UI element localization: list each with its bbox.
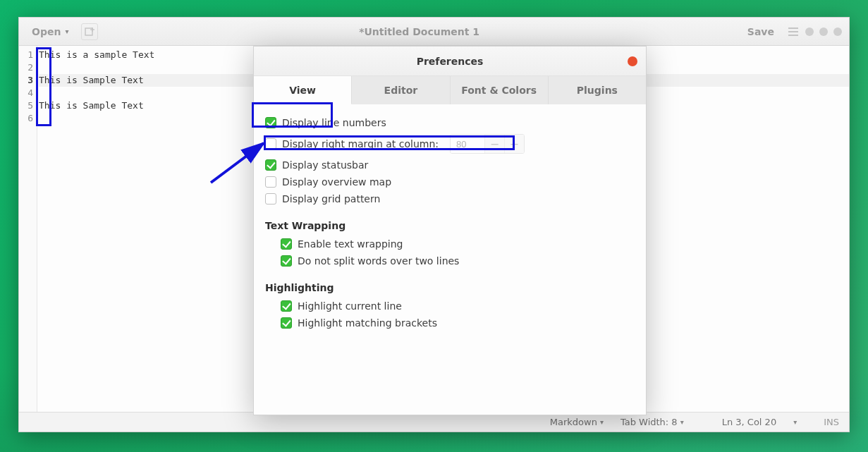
line-number: 6 [19,112,37,125]
tab-plugins[interactable]: Plugins [549,76,646,104]
open-label: Open [32,26,61,37]
preferences-dialog: Preferences View Editor Font & Colors Pl… [253,46,647,415]
line-number: 2 [19,61,37,74]
window-controls [805,28,842,36]
right-margin-spinner: − + [450,134,525,154]
cursor-position: Ln 3, Col 20 [722,417,776,427]
option-label: Display statusbar [282,159,368,171]
tab-font-colors[interactable]: Font & Colors [451,76,549,104]
decrement-button[interactable]: − [484,135,504,153]
option-display-right-margin: Display right margin at column: − + [265,131,635,157]
syntax-selector[interactable]: Markdown ▾ [550,417,604,427]
ins-label: INS [824,417,839,427]
chevron-down-icon: ▾ [600,418,604,426]
tab-width-label: Tab Width: 8 [621,417,678,427]
checkbox-icon[interactable] [281,317,292,329]
checkbox-icon[interactable] [281,255,292,267]
syntax-label: Markdown [550,417,597,427]
line-number: 5 [19,99,37,112]
window-close-button[interactable] [833,28,842,36]
document-title: *Untitled Document 1 [98,26,740,37]
option-label: Highlight current line [298,300,402,312]
insert-mode-indicator[interactable]: INS [824,417,839,427]
option-label: Display grid pattern [282,193,380,204]
position-label: Ln 3, Col 20 [722,417,776,427]
checkbox-icon[interactable] [265,193,276,204]
checkbox-icon[interactable] [265,138,276,149]
chevron-down-icon[interactable]: ▾ [793,418,797,426]
preferences-tabs: View Editor Font & Colors Plugins [254,76,646,104]
option-display-statusbar[interactable]: Display statusbar [265,157,635,173]
option-display-overview-map[interactable]: Display overview map [265,173,635,190]
line-number: 3 [19,74,37,87]
header-bar: Open ▾ *Untitled Document 1 Save [19,18,849,46]
option-label: Highlight matching brackets [298,317,437,329]
option-display-grid-pattern[interactable]: Display grid pattern [265,190,635,207]
right-margin-input[interactable] [451,135,484,153]
window-minimize-button[interactable] [805,28,814,36]
option-label: Enable text wrapping [298,238,403,250]
checkbox-icon[interactable] [265,159,276,171]
option-label: Display line numbers [282,117,386,128]
line-gutter: 1 2 3 4 5 6 [19,46,37,412]
save-button[interactable]: Save [740,23,781,40]
preferences-body: Display line numbers Display right margi… [254,104,646,415]
option-enable-text-wrapping[interactable]: Enable text wrapping [281,236,635,252]
new-tab-button[interactable] [81,23,98,40]
preferences-title: Preferences [417,56,484,67]
chevron-down-icon: ▾ [680,418,684,426]
option-highlight-matching-brackets[interactable]: Highlight matching brackets [281,314,635,331]
checkbox-icon[interactable] [265,117,276,128]
option-no-split-words[interactable]: Do not split words over two lines [281,252,635,269]
hamburger-menu-button[interactable] [788,28,798,36]
line-number: 1 [19,49,37,61]
option-label: Do not split words over two lines [298,255,459,267]
tab-width-selector[interactable]: Tab Width: 8 ▾ [621,417,684,427]
section-text-wrapping: Text Wrapping [265,220,635,231]
editor-window: Open ▾ *Untitled Document 1 Save 1 2 3 4… [18,17,850,432]
option-label: Display right margin at column: [282,138,439,149]
checkbox-icon[interactable] [281,238,292,250]
tab-editor[interactable]: Editor [352,76,450,104]
option-label: Display overview map [282,176,391,188]
section-highlighting: Highlighting [265,282,635,293]
open-button[interactable]: Open ▾ [26,23,74,40]
chevron-down-icon: ▾ [65,28,68,35]
preferences-header: Preferences [254,47,646,76]
line-number: 4 [19,87,37,99]
increment-button[interactable]: + [504,135,524,153]
option-display-line-numbers[interactable]: Display line numbers [265,114,635,131]
checkbox-icon[interactable] [281,300,292,312]
window-maximize-button[interactable] [819,28,828,36]
close-icon[interactable] [628,56,637,66]
option-highlight-current-line[interactable]: Highlight current line [281,298,635,314]
checkbox-icon[interactable] [265,176,276,188]
tab-view[interactable]: View [254,76,352,104]
